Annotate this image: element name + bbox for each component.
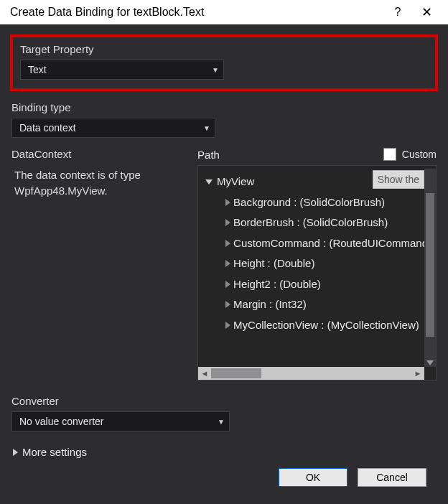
help-button[interactable]: ?: [383, 6, 412, 19]
path-header: Path Custom: [197, 148, 437, 161]
custom-label: Custom: [402, 149, 437, 160]
ok-button[interactable]: OK: [279, 468, 347, 487]
path-tree-box: Show the MyView Background : (SolidColor…: [197, 165, 437, 381]
dialog-content: Target Property Text ▼ Binding type Data…: [0, 24, 448, 504]
chevron-down-icon: ▼: [212, 66, 219, 74]
datacontext-label: DataContext: [11, 148, 185, 160]
scroll-right-icon: ►: [411, 367, 424, 380]
tree-item-label: BorderBrush : (SolidColorBrush): [233, 216, 388, 228]
expander-right-icon: [13, 449, 18, 456]
show-the-button[interactable]: Show the: [373, 170, 424, 189]
expander-right-icon: [225, 199, 230, 206]
tree-item[interactable]: MyCollectionView : (MyCollectionView): [205, 315, 431, 336]
more-settings-expander[interactable]: More settings: [13, 446, 435, 458]
converter-section: Converter No value converter ▼: [11, 395, 437, 431]
tree-item-label: CustomCommand : (RoutedUICommand): [233, 237, 431, 249]
target-property-value: Text: [28, 64, 47, 75]
chevron-down-icon: ▼: [218, 418, 225, 426]
cancel-button[interactable]: Cancel: [358, 468, 426, 487]
binding-type-section: Binding type Data context ▼: [11, 101, 437, 138]
expander-right-icon: [225, 322, 230, 329]
converter-label: Converter: [11, 395, 437, 407]
expander-right-icon: [225, 281, 230, 288]
tree-item[interactable]: CustomCommand : (RoutedUICommand): [205, 233, 431, 254]
dialog-title: Create Data Binding for textBlock.Text: [10, 6, 383, 19]
tree-item[interactable]: Margin : (Int32): [205, 294, 431, 315]
expander-right-icon: [225, 240, 230, 247]
horizontal-scrollbar[interactable]: ◄ ►: [198, 367, 424, 380]
path-column: Path Custom Show the MyView Background :…: [197, 148, 437, 381]
main-columns: DataContext The data context is of type …: [11, 148, 437, 381]
tree-item[interactable]: BorderBrush : (SolidColorBrush): [205, 213, 431, 233]
binding-type-value: Data context: [19, 122, 76, 134]
expander-down-icon: [205, 179, 213, 185]
titlebar: Create Data Binding for textBlock.Text ?…: [0, 0, 448, 24]
binding-type-combo[interactable]: Data context ▼: [11, 118, 215, 138]
vertical-scroll-thumb[interactable]: [426, 193, 434, 337]
tree-item-label: Height : (Double): [233, 257, 314, 269]
expander-right-icon: [225, 260, 230, 267]
tree-item[interactable]: Background : (SolidColorBrush): [205, 192, 431, 213]
more-settings-label: More settings: [22, 446, 87, 458]
path-tree[interactable]: MyView Background : (SolidColorBrush)Bor…: [198, 166, 436, 367]
tree-item-label: Margin : (Int32): [233, 298, 307, 310]
scroll-down-icon: [426, 360, 434, 365]
horizontal-scroll-thumb[interactable]: [211, 368, 261, 378]
tree-root-label: MyView: [217, 172, 254, 192]
tree-item[interactable]: Height : (Double): [205, 253, 431, 274]
tree-item[interactable]: Height2 : (Double): [205, 274, 431, 295]
data-binding-dialog: Create Data Binding for textBlock.Text ?…: [0, 0, 448, 504]
custom-checkbox[interactable]: [383, 148, 396, 161]
tree-item-label: Background : (SolidColorBrush): [233, 196, 385, 208]
datacontext-column: DataContext The data context is of type …: [11, 148, 185, 381]
tree-item-label: MyCollectionView : (MyCollectionView): [233, 319, 419, 331]
chevron-down-icon: ▼: [203, 124, 210, 132]
vertical-scrollbar[interactable]: [424, 169, 436, 367]
expander-right-icon: [225, 219, 230, 226]
horizontal-scroll-track[interactable]: [211, 368, 411, 379]
binding-type-label: Binding type: [11, 101, 437, 113]
scroll-left-icon: ◄: [198, 367, 211, 380]
path-label: Path: [197, 149, 220, 161]
target-property-label: Target Property: [20, 43, 428, 55]
target-property-highlight: Target Property Text ▼: [10, 34, 438, 91]
target-property-combo[interactable]: Text ▼: [20, 60, 224, 80]
expander-right-icon: [225, 301, 230, 308]
tree-item-label: Height2 : (Double): [233, 278, 321, 290]
close-button[interactable]: ✕: [412, 4, 441, 20]
converter-value: No value converter: [19, 416, 104, 427]
datacontext-text: The data context is of type WpfApp48.MyV…: [11, 167, 185, 199]
custom-checkbox-wrap: Custom: [383, 148, 437, 161]
converter-combo[interactable]: No value converter ▼: [11, 411, 230, 431]
dialog-footer: OK Cancel: [10, 458, 438, 500]
